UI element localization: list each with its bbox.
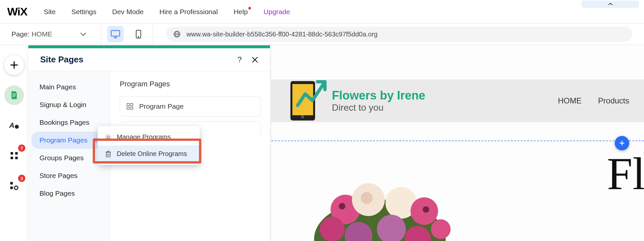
svg-rect-27 [127,103,129,106]
site-subtitle: Direct to you [332,102,425,113]
pages-button[interactable] [4,85,24,105]
page-name: HOME [32,30,52,38]
page-label: Page: [12,30,30,38]
svg-point-31 [107,136,110,138]
wix-logo[interactable]: WiX [7,5,27,18]
svg-point-32 [106,135,111,140]
context-menu: Manage Programs Delete Online Programs [98,126,200,165]
page-item-label: Program Page [139,102,184,110]
url-text: www.wa-site-builder-b558c356-ff00-4281-8… [186,31,378,38]
sidebar-item-label: Program Pages [39,136,87,144]
sidebar-item-blog-pages[interactable]: Blog Pages [32,185,107,202]
svg-rect-29 [127,107,129,109]
svg-point-4 [138,36,139,37]
svg-rect-12 [12,96,15,97]
svg-rect-20 [10,186,13,189]
svg-point-44 [339,203,345,209]
sidebar-item-main-pages[interactable]: Main Pages [32,78,107,96]
svg-rect-17 [11,157,13,159]
panel-header: Site Pages ? [28,48,270,71]
nav-home[interactable]: HOME [558,96,582,105]
device-switcher [101,24,153,45]
svg-text:A: A [9,121,14,129]
menu-site[interactable]: Site [44,8,56,16]
gear-icon [105,134,111,141]
svg-rect-28 [131,103,133,106]
trash-icon [105,150,111,158]
svg-rect-0 [111,31,120,36]
page-selector[interactable]: Page: HOME [12,30,86,38]
notification-dot-icon [248,7,251,10]
site-title: Flowers by Irene [332,89,425,102]
svg-rect-30 [131,107,133,109]
sidebar-item-groups-pages[interactable]: Groups Pages [32,149,107,166]
globe-icon [173,31,181,38]
mobile-view-button[interactable] [130,26,147,42]
ctx-delete-online-programs[interactable]: Delete Online Programs [98,145,200,162]
svg-point-21 [14,186,18,189]
ctx-item-label: Manage Programs [117,133,171,141]
add-element-button[interactable] [4,55,24,75]
sidebar-item-store-pages[interactable]: Store Pages [32,167,107,184]
url-bar[interactable]: www.wa-site-builder-b558c356-ff00-4281-8… [166,27,632,42]
grid-icon [127,103,133,110]
sidebar-item-signup-login[interactable]: Signup & Login [32,96,107,113]
close-icon[interactable] [252,56,258,63]
chevron-down-icon [80,33,86,36]
editor-toolbar: Page: HOME www.wa-site-builder-b558c356-… [0,24,644,45]
apps-badge: 7 [18,144,25,152]
menu-devmode[interactable]: Dev Mode [112,8,144,16]
site-nav: HOME Products [558,96,644,105]
ctx-item-label: Delete Online Programs [117,150,187,158]
site-header: Flowers by Irene Direct to you HOME Prod… [271,79,644,122]
svg-point-54 [431,219,451,239]
menu-help[interactable]: Help [234,8,248,16]
collapse-indicator[interactable] [582,1,639,8]
section-title: Program Pages [120,80,261,88]
site-canvas: Flowers by Irene Direct to you HOME Prod… [271,45,644,241]
desktop-view-button[interactable] [107,26,124,42]
flowers-image [309,154,451,241]
svg-rect-33 [106,152,110,157]
menu-hire[interactable]: Hire a Professional [160,8,218,16]
menu-settings[interactable]: Settings [71,8,96,16]
menu-upgrade[interactable]: Upgrade [263,8,290,16]
help-icon[interactable]: ? [237,55,242,64]
svg-rect-16 [15,152,18,155]
arrow-up-icon [296,79,327,110]
svg-rect-10 [12,94,16,94]
page-item-program-page[interactable]: Program Page [120,96,261,117]
app-settings-badge: 3 [18,175,25,182]
nav-products[interactable]: Products [598,96,629,105]
svg-rect-11 [12,95,16,96]
panel-stripe [28,45,270,48]
panel-title: Site Pages [40,55,84,65]
svg-point-25 [95,139,97,141]
svg-rect-15 [11,152,13,155]
svg-rect-18 [15,157,18,159]
top-menu-bar: WiX Site Settings Dev Mode Hire a Profes… [0,0,644,24]
svg-point-14 [15,125,19,129]
site-logo [281,81,324,120]
main-menu: Site Settings Dev Mode Hire a Profession… [44,8,290,16]
svg-point-45 [320,217,345,241]
left-rail: A 7 3 [0,45,28,196]
apps-button[interactable]: 7 [4,146,24,165]
ctx-manage-programs[interactable]: Manage Programs [98,129,200,145]
design-button[interactable]: A [4,116,24,135]
svg-rect-19 [10,182,13,185]
app-settings-button[interactable]: 3 [4,176,24,196]
svg-point-47 [361,192,373,204]
hero-text-partial: Fl [607,147,644,200]
section-divider [271,141,644,141]
sidebar-item-bookings-pages[interactable]: Bookings Pages [32,114,107,131]
svg-point-50 [423,206,429,213]
sidebar-item-program-pages[interactable]: Program Pages [32,132,107,149]
